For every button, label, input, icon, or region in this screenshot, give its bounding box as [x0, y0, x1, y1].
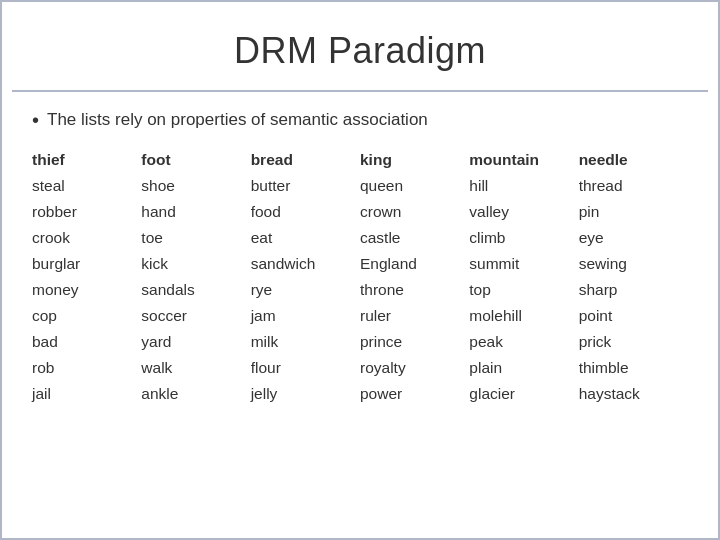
list-item: thimble: [579, 356, 688, 380]
list-item: glacier: [469, 382, 578, 406]
col-foot: footshoehandtoekicksandalssocceryardwalk…: [141, 148, 250, 406]
list-item: throne: [360, 278, 469, 302]
slide-title: DRM Paradigm: [42, 30, 678, 72]
list-item: yard: [141, 330, 250, 354]
list-item: top: [469, 278, 578, 302]
list-item: cop: [32, 304, 141, 328]
bullet-text: The lists rely on properties of semantic…: [47, 110, 428, 130]
list-item: rob: [32, 356, 141, 380]
list-item: needle: [579, 148, 688, 172]
list-item: sandals: [141, 278, 250, 302]
list-item: rye: [251, 278, 360, 302]
list-item: toe: [141, 226, 250, 250]
list-item: eye: [579, 226, 688, 250]
list-item: money: [32, 278, 141, 302]
bullet-point: • The lists rely on properties of semant…: [32, 110, 688, 130]
list-item: bad: [32, 330, 141, 354]
list-item: food: [251, 200, 360, 224]
list-item: queen: [360, 174, 469, 198]
list-item: ruler: [360, 304, 469, 328]
list-item: crook: [32, 226, 141, 250]
list-item: castle: [360, 226, 469, 250]
list-item: butter: [251, 174, 360, 198]
word-lists: thiefstealrobbercrookburglarmoneycopbadr…: [32, 148, 688, 406]
list-item: robber: [32, 200, 141, 224]
list-item: point: [579, 304, 688, 328]
list-item: shoe: [141, 174, 250, 198]
col-mountain: mountainhillvalleyclimbsummittopmolehill…: [469, 148, 578, 406]
list-item: ankle: [141, 382, 250, 406]
list-item: kick: [141, 252, 250, 276]
list-item: flour: [251, 356, 360, 380]
list-item: eat: [251, 226, 360, 250]
list-item: prick: [579, 330, 688, 354]
list-item: climb: [469, 226, 578, 250]
list-item: king: [360, 148, 469, 172]
list-item: valley: [469, 200, 578, 224]
list-item: sharp: [579, 278, 688, 302]
list-item: jam: [251, 304, 360, 328]
list-item: walk: [141, 356, 250, 380]
list-item: foot: [141, 148, 250, 172]
list-item: jail: [32, 382, 141, 406]
list-item: milk: [251, 330, 360, 354]
list-item: hill: [469, 174, 578, 198]
list-item: burglar: [32, 252, 141, 276]
list-item: bread: [251, 148, 360, 172]
list-item: sewing: [579, 252, 688, 276]
col-king: kingqueencrowncastleEnglandthronerulerpr…: [360, 148, 469, 406]
list-item: haystack: [579, 382, 688, 406]
list-item: mountain: [469, 148, 578, 172]
bullet-dot-icon: •: [32, 110, 39, 130]
list-item: jelly: [251, 382, 360, 406]
list-item: power: [360, 382, 469, 406]
list-item: England: [360, 252, 469, 276]
list-item: plain: [469, 356, 578, 380]
list-item: steal: [32, 174, 141, 198]
list-item: hand: [141, 200, 250, 224]
list-item: peak: [469, 330, 578, 354]
col-needle: needlethreadpineyesewingsharppointprickt…: [579, 148, 688, 406]
list-item: molehill: [469, 304, 578, 328]
list-item: pin: [579, 200, 688, 224]
list-item: summit: [469, 252, 578, 276]
slide: DRM Paradigm • The lists rely on propert…: [0, 0, 720, 540]
list-item: soccer: [141, 304, 250, 328]
list-item: thread: [579, 174, 688, 198]
content-area: • The lists rely on properties of semant…: [2, 92, 718, 538]
list-item: thief: [32, 148, 141, 172]
col-thief: thiefstealrobbercrookburglarmoneycopbadr…: [32, 148, 141, 406]
list-item: prince: [360, 330, 469, 354]
list-item: crown: [360, 200, 469, 224]
title-bar: DRM Paradigm: [2, 2, 718, 90]
col-bread: breadbutterfoodeatsandwichryejammilkflou…: [251, 148, 360, 406]
list-item: sandwich: [251, 252, 360, 276]
list-item: royalty: [360, 356, 469, 380]
